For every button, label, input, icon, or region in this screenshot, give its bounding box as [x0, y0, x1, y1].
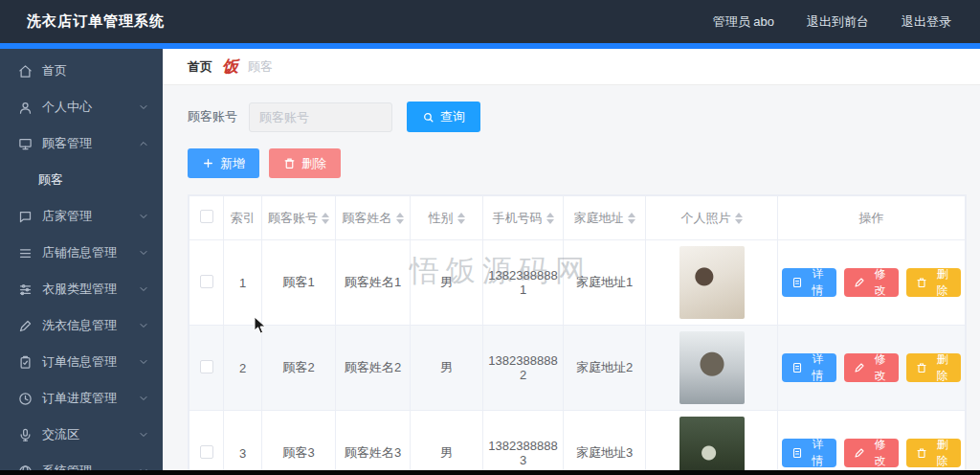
cell-address: 家庭地址1	[564, 240, 646, 326]
sidebar-item-home[interactable]: 首页	[0, 53, 163, 89]
cell-address: 家庭地址3	[564, 411, 646, 475]
clock-icon	[18, 392, 33, 406]
column-header-index: 索引	[224, 196, 262, 240]
document-icon	[791, 447, 803, 459]
sidebar-item-shop-info-management[interactable]: 店铺信息管理	[0, 235, 163, 271]
sidebar-item-label: 店家管理	[42, 208, 92, 225]
edit-button[interactable]: 修改	[844, 268, 899, 297]
column-header-gender[interactable]: 性别	[411, 196, 483, 240]
customer-table: 索引 顾客账号 顾客姓名 性别 手机号码 家庭地址 个人照片 操作	[188, 194, 967, 475]
column-header-photo[interactable]: 个人照片	[646, 196, 778, 240]
cell-phone: 13823888881	[483, 240, 564, 326]
customer-photo[interactable]	[679, 331, 745, 404]
batch-delete-button[interactable]: 删除	[269, 148, 341, 178]
sidebar-item-customer-management[interactable]: 顾客管理	[0, 125, 163, 162]
sidebar-item-clothes-type-management[interactable]: 衣服类型管理	[0, 271, 163, 307]
column-header-phone[interactable]: 手机号码	[483, 196, 564, 240]
cell-name: 顾客姓名3	[336, 411, 411, 475]
query-button[interactable]: 查询	[407, 102, 480, 132]
sidebar-item-personal-center[interactable]: 个人中心	[0, 89, 163, 125]
detail-button[interactable]: 详情	[782, 268, 836, 297]
sliders-icon	[18, 283, 33, 297]
sidebar-subitem-customer[interactable]: 顾客	[0, 162, 163, 198]
cell-gender: 男	[411, 326, 483, 411]
row-checkbox[interactable]	[200, 445, 213, 459]
breadcrumb-current: 顾客	[248, 58, 273, 76]
sidebar-item-order-info-management[interactable]: 订单信息管理	[0, 344, 163, 380]
chevron-up-icon	[138, 138, 149, 149]
logout-link[interactable]: 退出登录	[902, 13, 951, 31]
breadcrumb: 首页 饭 顾客	[163, 49, 980, 85]
monitor-icon	[18, 137, 33, 151]
chevron-down-icon	[138, 356, 149, 368]
trash-icon	[916, 362, 927, 373]
sidebar-item-label: 顾客管理	[42, 135, 92, 152]
clipboard-icon	[18, 355, 33, 370]
app-title: 洗衣店订单管理系统	[27, 12, 165, 31]
chevron-down-icon	[138, 283, 149, 295]
detail-button[interactable]: 详情	[782, 439, 836, 467]
column-header-name[interactable]: 顾客姓名	[336, 196, 411, 240]
pen-icon	[854, 277, 865, 288]
table-toolbar: 新增 删除	[188, 148, 967, 178]
chevron-down-icon	[138, 429, 149, 441]
sidebar-item-label: 个人中心	[42, 99, 92, 116]
pen-icon	[854, 362, 865, 373]
sidebar-item-label: 洗衣信息管理	[42, 317, 117, 334]
chevron-down-icon	[138, 320, 149, 331]
sort-icon[interactable]	[628, 213, 635, 224]
sort-icon[interactable]	[546, 213, 554, 224]
row-checkbox[interactable]	[200, 275, 213, 288]
trash-icon	[916, 277, 927, 288]
column-header-operation: 操作	[778, 196, 966, 240]
exit-to-front-link[interactable]: 退出到前台	[807, 13, 869, 31]
edit-button[interactable]: 修改	[844, 353, 899, 382]
column-header-account[interactable]: 顾客账号	[262, 196, 336, 240]
delete-button[interactable]: 删除	[906, 268, 961, 297]
detail-button[interactable]: 详情	[782, 353, 836, 382]
sidebar-item-laundry-info-management[interactable]: 洗衣信息管理	[0, 307, 163, 344]
admin-user-label[interactable]: 管理员 abo	[713, 13, 774, 31]
cell-name: 顾客姓名1	[336, 240, 411, 326]
main-content: 首页 饭 顾客 顾客账号 查询 新增	[163, 49, 980, 470]
customer-photo[interactable]	[679, 246, 745, 319]
document-icon	[791, 362, 803, 373]
row-checkbox[interactable]	[200, 360, 213, 373]
customer-account-input[interactable]	[249, 102, 392, 132]
cell-account: 顾客2	[262, 326, 336, 411]
content-area: 顾客账号 查询 新增 删除	[163, 85, 980, 475]
search-field-label: 顾客账号	[188, 108, 237, 125]
select-all-checkbox[interactable]	[200, 210, 213, 223]
sort-icon[interactable]	[457, 213, 465, 224]
delete-button[interactable]: 删除	[906, 439, 961, 467]
cell-account: 顾客1	[262, 240, 336, 326]
sort-icon[interactable]	[735, 213, 743, 224]
cell-gender: 男	[411, 411, 483, 475]
sidebar-item-label: 店铺信息管理	[42, 244, 117, 261]
sidebar-item-order-progress-management[interactable]: 订单进度管理	[0, 380, 163, 417]
pen-icon	[18, 319, 33, 333]
sort-icon[interactable]	[322, 213, 329, 224]
cell-address: 家庭地址2	[564, 326, 646, 411]
column-header-address[interactable]: 家庭地址	[564, 196, 646, 240]
trash-icon	[283, 157, 296, 170]
cell-index: 3	[224, 411, 262, 475]
add-button[interactable]: 新增	[188, 148, 259, 178]
sidebar-item-forum[interactable]: 交流区	[0, 417, 163, 453]
table-row: 2 顾客2 顾客姓名2 男 13823888882 家庭地址2 详情 修改	[189, 326, 966, 411]
table-row: 1 顾客1 顾客姓名1 男 13823888881 家庭地址1 详情 修改	[189, 240, 966, 326]
chevron-down-icon	[138, 102, 149, 113]
watermark-logo-glyph: 饭	[222, 58, 238, 75]
top-header: 洗衣店订单管理系统 管理员 abo 退出到前台 退出登录	[0, 0, 980, 43]
breadcrumb-home[interactable]: 首页	[188, 58, 212, 76]
sort-icon[interactable]	[396, 213, 404, 224]
sidebar-item-label: 衣服类型管理	[42, 281, 117, 298]
customer-photo[interactable]	[679, 417, 745, 475]
header-links: 管理员 abo 退出到前台 退出登录	[713, 13, 951, 31]
edit-button[interactable]: 修改	[844, 439, 899, 467]
delete-button[interactable]: 删除	[906, 353, 961, 382]
sidebar-item-shop-owner-management[interactable]: 店家管理	[0, 198, 163, 235]
cell-phone: 13823888883	[483, 411, 564, 475]
sidebar-item-label: 订单进度管理	[42, 390, 117, 407]
cell-name: 顾客姓名2	[336, 326, 411, 411]
